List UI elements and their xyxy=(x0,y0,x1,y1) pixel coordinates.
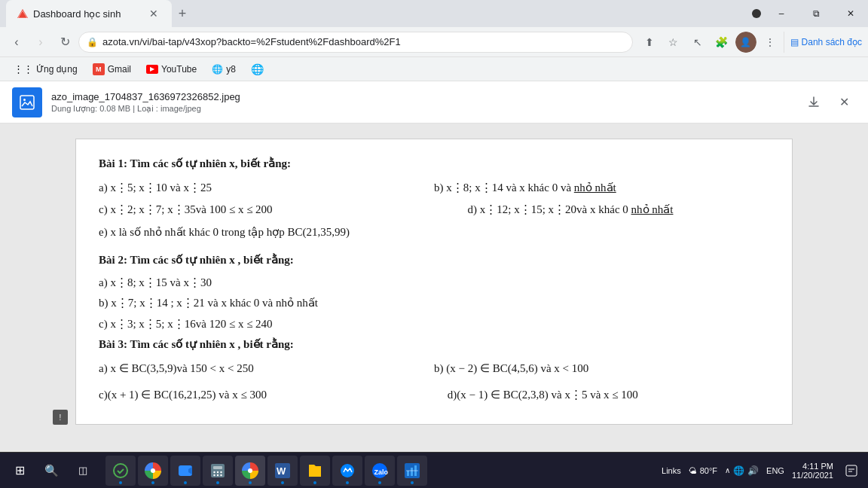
weather-icon: 🌤 xyxy=(689,466,697,475)
taskbar-app-files[interactable] xyxy=(300,456,330,486)
time-display: 4:11 PM xyxy=(802,462,833,471)
taskbar-app-zalo[interactable]: Zalo xyxy=(365,456,395,486)
warning-icon[interactable]: ! xyxy=(53,410,68,425)
problem2-c: c) x⋮3; x⋮5; x⋮16và 120 ≤ x ≤ 240 xyxy=(99,315,769,334)
start-button[interactable]: ⊞ xyxy=(5,456,35,486)
weather-temp: 80°F xyxy=(700,466,717,475)
problem1-e: e) x là số nhỏ nhất khác 0 trong tập hợp… xyxy=(99,223,769,242)
svg-point-5 xyxy=(114,464,127,477)
notifications-icon[interactable] xyxy=(749,6,764,21)
close-icon: ✕ xyxy=(839,95,849,109)
network-icon[interactable]: 🌐 xyxy=(733,465,744,476)
green-app-icon xyxy=(112,462,130,480)
reading-list-label: Danh sách đọc xyxy=(802,37,862,47)
svg-rect-22 xyxy=(411,468,413,476)
taskbar-app-calculator[interactable] xyxy=(203,456,233,486)
taskbar-app-word[interactable]: W xyxy=(267,456,298,486)
taskbar-app-chrome2[interactable] xyxy=(235,456,265,486)
file-info-bar: azo_image_1704837_1636972326852.jpeg Dun… xyxy=(0,81,868,124)
file-type: Loại : image/jpeg xyxy=(137,104,201,113)
tab-bar: Dashboard học sinh ✕ + – ⧉ ✕ xyxy=(0,0,868,27)
chrome-taskbar-icon xyxy=(145,462,161,479)
profile-avatar[interactable]: 👤 xyxy=(735,32,756,53)
file-name: azo_image_1704837_1636972326852.jpeg xyxy=(51,91,240,102)
nav-bar: ‹ › ↻ 🔒 azota.vn/vi/bai-tap/v43xop?backt… xyxy=(0,27,868,57)
taskbar-app-stats[interactable] xyxy=(397,456,427,486)
tab-favicon xyxy=(17,8,29,20)
bookmark-globe[interactable]: 🌐 xyxy=(246,62,268,77)
bookmark-youtube[interactable]: ▶ YouTube xyxy=(142,63,201,76)
problem3-title: Bài 3: Tìm các số tự nhiên x , biết rằng… xyxy=(99,335,769,355)
svg-rect-21 xyxy=(407,471,409,476)
minimize-button[interactable]: – xyxy=(764,2,799,26)
problem2-a: a) x⋮8; x⋮15 và x⋮30 xyxy=(99,273,769,293)
share-button[interactable]: ⬆ xyxy=(639,32,660,53)
links-label[interactable]: Links xyxy=(662,466,681,475)
taskbar-app-chrome[interactable] xyxy=(138,456,168,486)
content-area: Bài 1: Tìm các số tự nhiên x, biết rằng:… xyxy=(0,124,868,452)
address-text: azota.vn/vi/bai-tap/v43xop?backto=%2Fstu… xyxy=(102,36,401,47)
speaker-icon[interactable]: 🔊 xyxy=(747,465,759,476)
refresh-button[interactable]: ↻ xyxy=(54,32,75,53)
bookmark-button[interactable]: ☆ xyxy=(663,32,684,53)
address-bar[interactable]: 🔒 azota.vn/vi/bai-tap/v43xop?backto=%2Fs… xyxy=(78,32,633,53)
svg-point-2 xyxy=(752,9,761,18)
zoom-icon xyxy=(176,462,194,480)
menu-button[interactable]: ⋮ xyxy=(760,32,781,53)
active-tab[interactable]: Dashboard học sinh ✕ xyxy=(6,0,172,27)
problem3-a: a) x ∈ BC(3,5,9)và 150 < x < 250 xyxy=(99,358,434,380)
messenger-icon xyxy=(338,462,356,480)
back-button[interactable]: ‹ xyxy=(6,32,27,53)
system-tray: ∧ 🌐 🔊 xyxy=(725,465,759,476)
svg-point-11 xyxy=(220,471,222,472)
gmail-icon: M xyxy=(93,63,105,75)
problem1-b: b) x⋮8; x⋮14 và x khác 0 và nhỏ nhất xyxy=(434,177,769,200)
reading-list-button[interactable]: ▤ Danh sách đọc xyxy=(784,32,862,53)
stats-icon xyxy=(403,462,421,480)
problem1-a: a) x⋮5; x⋮10 và x⋮25 xyxy=(99,177,434,200)
file-details: azo_image_1704837_1636972326852.jpeg Dun… xyxy=(51,91,240,114)
file-size: Dung lượng: 0.08 MB xyxy=(51,104,130,113)
search-button[interactable]: 🔍 xyxy=(36,456,66,486)
up-arrow-icon[interactable]: ∧ xyxy=(725,466,730,474)
language-indicator[interactable]: ENG xyxy=(766,466,784,475)
problem3-b: b) (x − 2) ∈ BC(4,5,6) và x < 100 xyxy=(434,358,769,380)
bookmark-gmail-label: Gmail xyxy=(108,64,131,75)
files-icon xyxy=(306,462,324,480)
bookmark-y8-label: y8 xyxy=(226,64,236,75)
restore-button[interactable]: ⧉ xyxy=(799,2,833,26)
clock-display[interactable]: 4:11 PM 11/20/2021 xyxy=(792,462,833,480)
notification-button[interactable] xyxy=(841,460,862,481)
tab-close-btn[interactable]: ✕ xyxy=(146,6,161,21)
problem1-c: c) x⋮2; x⋮7; x⋮35và 100 ≤ x ≤ 200 xyxy=(99,199,468,221)
file-image-icon xyxy=(18,93,36,111)
notification-icon xyxy=(845,465,857,477)
bookmark-y8[interactable]: 🌐 y8 xyxy=(207,63,240,76)
task-view-button[interactable]: ◫ xyxy=(68,456,98,486)
bookmark-gmail[interactable]: M Gmail xyxy=(88,62,136,77)
svg-point-10 xyxy=(217,471,219,472)
svg-text:W: W xyxy=(277,465,286,477)
lock-icon: 🔒 xyxy=(87,37,98,47)
extensions-icon[interactable]: 🧩 xyxy=(711,32,732,53)
taskbar-app-green[interactable] xyxy=(105,456,136,486)
close-button[interactable]: ✕ xyxy=(833,2,868,26)
profile-cursor-icon[interactable]: ↖ xyxy=(687,32,708,53)
word-icon: W xyxy=(274,462,292,480)
taskbar-app-zoom[interactable] xyxy=(170,456,200,486)
svg-point-13 xyxy=(217,474,219,475)
taskbar-app-messenger[interactable] xyxy=(332,456,362,486)
file-thumbnail xyxy=(12,87,42,117)
new-tab-button[interactable]: + xyxy=(172,3,193,24)
svg-point-9 xyxy=(213,471,215,472)
bookmarks-bar: ⋮⋮ Ứng dụng M Gmail ▶ YouTube 🌐 y8 🌐 xyxy=(0,57,868,81)
math-content: Bài 1: Tìm các số tự nhiên x, biết rằng:… xyxy=(75,139,793,425)
y8-icon: 🌐 xyxy=(212,64,223,75)
bookmark-ung-dung[interactable]: ⋮⋮ Ứng dụng xyxy=(9,62,82,76)
download-icon xyxy=(807,96,821,109)
forward-button[interactable]: › xyxy=(30,32,51,53)
weather-widget[interactable]: 🌤 80°F xyxy=(689,466,717,475)
globe-icon: 🌐 xyxy=(251,63,264,75)
file-close-button[interactable]: ✕ xyxy=(832,90,856,114)
download-button[interactable] xyxy=(802,90,826,114)
